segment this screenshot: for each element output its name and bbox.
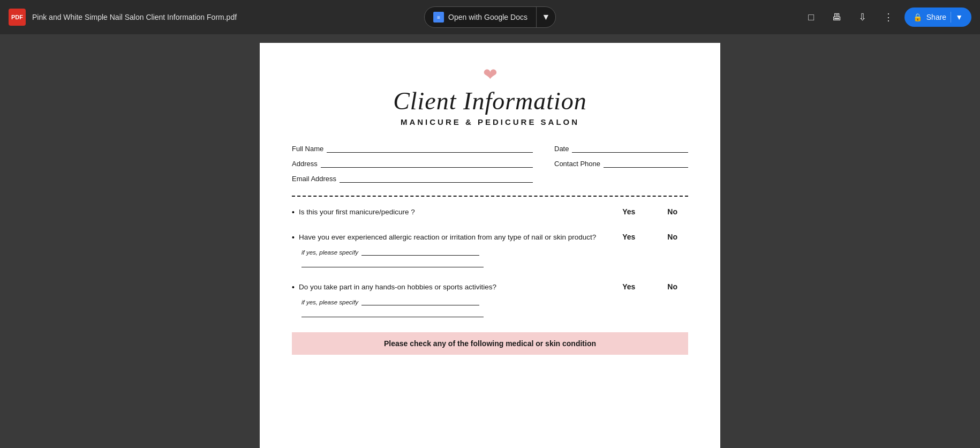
question-3: • Do you take part in any hands-on hobbi… — [292, 282, 688, 317]
form-subtitle: MANICURE & PEDICURE SALON — [401, 117, 579, 126]
date-field: Date — [554, 144, 688, 153]
bullet-3: • — [292, 283, 295, 292]
open-with-label: Open with Google Docs — [448, 13, 527, 21]
yes-3: Yes — [622, 282, 635, 291]
topbar-right: □ 🖶 ⇩ ⋮ 🔒 Share ▼ — [802, 8, 971, 27]
date-label: Date — [554, 145, 569, 153]
open-with-chevron-icon[interactable]: ▼ — [536, 7, 555, 27]
specify-label-2: if yes, please specify — [301, 249, 358, 256]
form-header: ❤ Client Information MANICURE & PEDICURE… — [292, 64, 688, 127]
specify-row-2: if yes, please specify — [292, 247, 688, 256]
medical-banner-text: Please check any of the following medica… — [384, 339, 596, 348]
bullet-2: • — [292, 233, 295, 242]
questions-section: • Is this your first manicure/pedicure ?… — [292, 207, 688, 317]
form-fields-top: Full Name Address Email Address Date — [292, 144, 688, 183]
open-with-button[interactable]: ≡ Open with Google Docs ▼ — [424, 6, 556, 28]
question-2: • Have you ever experienced allergic rea… — [292, 233, 688, 267]
phone-line — [604, 159, 688, 168]
pdf-page: ❤ Client Information MANICURE & PEDICURE… — [260, 43, 720, 448]
specify-line2-2 — [301, 259, 484, 267]
yes-2: Yes — [622, 233, 635, 241]
no-1: No — [667, 207, 677, 216]
lock-icon: 🔒 — [913, 13, 922, 21]
specify-row-3: if yes, please specify — [292, 297, 688, 305]
content-area: ❤ Client Information MANICURE & PEDICURE… — [0, 34, 980, 448]
google-docs-icon: ≡ — [433, 12, 444, 23]
print-icon[interactable]: 🖶 — [827, 8, 847, 27]
email-line — [340, 174, 533, 183]
question-1: • Is this your first manicure/pedicure ?… — [292, 207, 688, 218]
question-1-row: • Is this your first manicure/pedicure ?… — [292, 207, 688, 218]
full-name-field: Full Name — [292, 144, 533, 153]
open-with-main-area[interactable]: ≡ Open with Google Docs — [425, 7, 536, 27]
fields-left: Full Name Address Email Address — [292, 144, 533, 183]
pdf-icon-label: PDF — [11, 14, 23, 20]
add-comment-icon[interactable]: □ — [802, 8, 821, 27]
bullet-1: • — [292, 208, 295, 216]
medical-banner: Please check any of the following medica… — [292, 332, 688, 355]
phone-label: Contact Phone — [554, 160, 600, 168]
no-3: No — [667, 282, 677, 291]
yes-no-3: Yes No — [622, 282, 688, 291]
email-field: Email Address — [292, 174, 533, 183]
full-name-label: Full Name — [292, 145, 323, 153]
specify-line-2 — [361, 247, 479, 256]
full-name-line — [327, 144, 533, 153]
address-label: Address — [292, 160, 318, 168]
heart-icon: ❤ — [292, 64, 688, 85]
yes-1: Yes — [622, 207, 635, 216]
file-title: Pink and White Simple Nail Salon Client … — [32, 13, 237, 21]
dotted-divider — [292, 196, 688, 197]
form-title-cursive: Client Information — [292, 87, 688, 115]
pdf-icon: PDF — [9, 9, 26, 26]
address-field: Address — [292, 159, 533, 168]
question-2-text: Have you ever experienced allergic react… — [299, 233, 618, 243]
open-with-container: ≡ Open with Google Docs ▼ — [424, 6, 556, 28]
share-label: Share — [926, 13, 946, 21]
question-2-row: • Have you ever experienced allergic rea… — [292, 233, 688, 243]
share-button[interactable]: 🔒 Share ▼ — [904, 8, 971, 27]
phone-field: Contact Phone — [554, 159, 688, 168]
question-3-text: Do you take part in any hands-on hobbies… — [299, 282, 618, 293]
share-chevron-icon[interactable]: ▼ — [951, 12, 963, 23]
question-3-row: • Do you take part in any hands-on hobbi… — [292, 282, 688, 293]
email-label: Email Address — [292, 175, 336, 183]
specify-line2-3 — [301, 309, 484, 317]
download-icon[interactable]: ⇩ — [853, 8, 872, 27]
question-1-text: Is this your first manicure/pedicure ? — [299, 207, 618, 218]
date-line — [572, 144, 688, 153]
fields-right: Date Contact Phone — [554, 144, 688, 183]
topbar: PDF Pink and White Simple Nail Salon Cli… — [0, 0, 980, 34]
yes-no-2: Yes No — [622, 233, 688, 241]
no-2: No — [667, 233, 677, 241]
more-options-icon[interactable]: ⋮ — [879, 8, 898, 27]
specify-label-3: if yes, please specify — [301, 299, 358, 305]
yes-no-1: Yes No — [622, 207, 688, 216]
address-line — [321, 159, 533, 168]
specify-line-3 — [361, 297, 479, 305]
